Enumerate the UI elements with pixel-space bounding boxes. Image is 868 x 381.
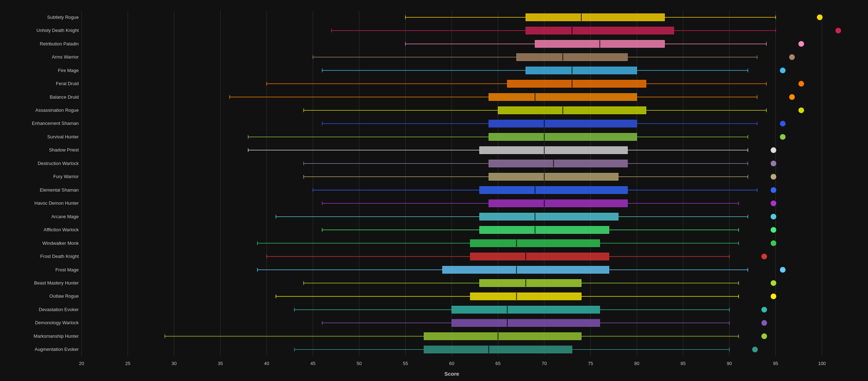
chart-container — [0, 0, 868, 381]
